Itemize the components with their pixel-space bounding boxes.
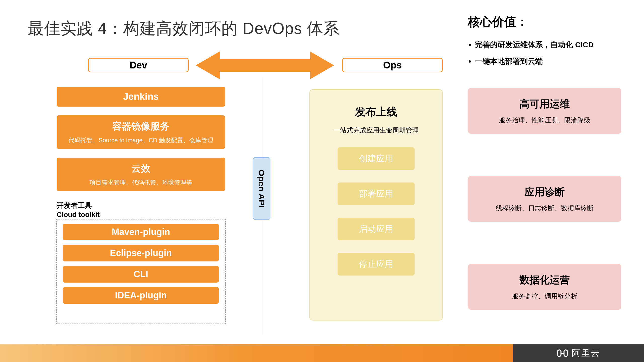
jenkins-label: Jenkins — [59, 91, 223, 102]
idea-plugin-card: IDEA-plugin — [63, 287, 219, 304]
value-card-1-title: 高可用运维 — [473, 97, 616, 111]
eclipse-plugin-label: Eclipse-plugin — [65, 248, 216, 258]
jenkins-card: Jenkins — [57, 87, 225, 107]
slide-title: 最佳实践 4：构建高效闭环的 DevOps 体系 — [28, 18, 340, 39]
bullet-2: 一键本地部署到云端 — [475, 53, 594, 70]
aliyun-logo-icon — [557, 347, 568, 359]
ops-stop-app: 停止应用 — [338, 253, 415, 276]
yunxiao-sub: 项目需求管理、代码托管、环境管理等 — [59, 178, 223, 187]
ops-pill: Ops — [342, 58, 443, 72]
ops-deploy-app: 部署应用 — [338, 183, 415, 205]
maven-plugin-label: Maven-plugin — [65, 227, 216, 237]
value-card-3-title: 数据化运营 — [473, 273, 616, 287]
maven-plugin-card: Maven-plugin — [63, 224, 219, 240]
value-card-diagnosis: 应用诊断 线程诊断、日志诊断、数据库诊断 — [468, 176, 621, 222]
dev-pill: Dev — [88, 58, 189, 72]
core-value-title: 核心价值： — [468, 14, 528, 30]
toolkit-label: 开发者工具 Cloud toolkit — [57, 201, 100, 219]
open-api-badge: Open API — [253, 157, 270, 220]
value-card-ha-ops: 高可用运维 服务治理、性能压测、限流降级 — [468, 88, 621, 134]
svg-rect-2 — [564, 350, 568, 356]
ops-panel: 发布上线 一站式完成应用生命周期管理 创建应用 部署应用 启动应用 停止应用 — [309, 89, 443, 321]
value-card-3-sub: 服务监控、调用链分析 — [473, 292, 616, 301]
container-registry-sub: 代码托管、Source to image、CD 触发配置、仓库管理 — [59, 136, 223, 144]
container-registry-title: 容器镜像服务 — [59, 120, 223, 133]
value-card-2-sub: 线程诊断、日志诊断、数据库诊断 — [473, 204, 616, 213]
ops-panel-sub: 一站式完成应用生命周期管理 — [321, 126, 431, 135]
footer-brand: 阿里云 — [513, 344, 644, 362]
bullet-1: 完善的研发运维体系，自动化 CICD — [475, 36, 594, 53]
value-card-data-ops: 数据化运营 服务监控、调用链分析 — [468, 264, 621, 310]
value-card-2-title: 应用诊断 — [473, 185, 616, 199]
svg-rect-1 — [557, 350, 561, 356]
svg-marker-0 — [196, 52, 334, 79]
value-card-1-sub: 服务治理、性能压测、限流降级 — [473, 116, 616, 125]
cli-card: CLI — [63, 266, 219, 283]
toolkit-label-line1: 开发者工具 — [57, 201, 100, 210]
ops-start-app: 启动应用 — [338, 218, 415, 240]
ops-create-app: 创建应用 — [338, 147, 415, 170]
yunxiao-title: 云效 — [59, 162, 223, 175]
eclipse-plugin-card: Eclipse-plugin — [63, 245, 219, 261]
idea-plugin-label: IDEA-plugin — [65, 290, 216, 301]
open-api-label: Open API — [257, 169, 267, 208]
toolkit-label-line2: Cloud toolkit — [57, 210, 100, 219]
double-arrow-icon — [196, 50, 334, 80]
cli-label: CLI — [65, 269, 216, 280]
yunxiao-card: 云效 项目需求管理、代码托管、环境管理等 — [57, 158, 225, 191]
core-value-bullets: 完善的研发运维体系，自动化 CICD 一键本地部署到云端 — [468, 36, 594, 70]
container-registry-card: 容器镜像服务 代码托管、Source to image、CD 触发配置、仓库管理 — [57, 115, 225, 149]
ops-panel-title: 发布上线 — [321, 105, 431, 119]
footer-brand-text: 阿里云 — [572, 347, 600, 359]
